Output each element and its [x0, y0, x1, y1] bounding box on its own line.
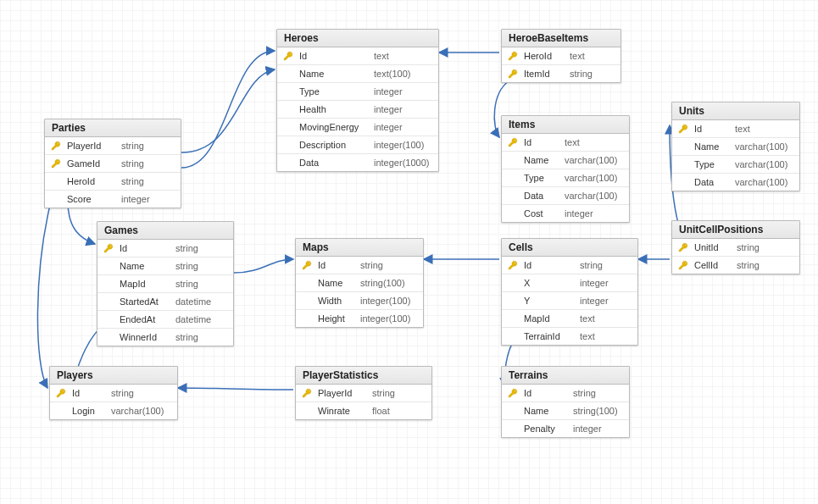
field-name: ItemId [524, 69, 565, 79]
entity-title[interactable]: Games [97, 222, 233, 240]
field-row[interactable]: Penaltyinteger [502, 420, 629, 437]
primary-key-indicator [282, 51, 294, 61]
field-row[interactable]: Idtext [502, 134, 629, 152]
field-row[interactable]: StartedAtdatetime [97, 293, 233, 311]
field-row[interactable]: EndedAtdatetime [97, 311, 233, 329]
entity-title[interactable]: HeroeBaseItems [502, 30, 620, 47]
field-name: Id [524, 137, 559, 147]
entity-title[interactable]: Terrains [502, 367, 629, 385]
primary-key-icon [51, 141, 61, 151]
field-name: PlayerId [67, 141, 116, 151]
field-row[interactable]: CellIdstring [672, 257, 799, 274]
field-type: string(100) [360, 278, 405, 288]
field-type: integer [565, 208, 593, 219]
field-name: Type [694, 159, 730, 169]
field-row[interactable]: Typevarchar(100) [502, 169, 629, 187]
entity-units[interactable]: UnitsIdtextNamevarchar(100)Typevarchar(1… [671, 102, 800, 191]
field-row[interactable]: Loginvarchar(100) [50, 402, 177, 419]
entity-parties[interactable]: PartiesPlayerIdstringGameIdstringHeroIds… [44, 119, 181, 208]
field-row[interactable]: Namevarchar(100) [502, 152, 629, 169]
field-row[interactable]: Descriptioninteger(100) [277, 136, 438, 154]
entity-games[interactable]: GamesIdstringNamestringMapIdstringStarte… [97, 221, 234, 346]
primary-key-indicator [507, 69, 519, 79]
entity-title[interactable]: Heroes [277, 30, 438, 47]
field-row[interactable]: Idstring [50, 385, 177, 402]
field-type: string [372, 388, 395, 398]
field-name: HeroId [524, 51, 565, 61]
field-name: Login [72, 406, 106, 416]
entity-cells[interactable]: CellsIdstringXintegerYintegerMapIdtextTe… [501, 238, 638, 346]
field-name: Height [318, 313, 355, 324]
field-row[interactable]: PlayerIdstring [296, 385, 431, 402]
field-row[interactable]: PlayerIdstring [45, 137, 181, 155]
primary-key-icon [283, 51, 293, 61]
field-type: integer [374, 104, 403, 114]
field-type: string(100) [573, 406, 618, 416]
entity-title[interactable]: PlayerStatistics [296, 367, 431, 385]
field-row[interactable]: Winratefloat [296, 402, 431, 419]
field-name: Data [524, 191, 559, 201]
primary-key-icon [56, 388, 66, 398]
entity-title[interactable]: UnitCellPositions [672, 221, 799, 239]
primary-key-indicator [301, 388, 313, 398]
field-row[interactable]: Xinteger [502, 274, 637, 292]
field-name: Id [318, 260, 355, 270]
field-row[interactable]: WinnerIdstring [97, 329, 233, 346]
entity-title[interactable]: Players [50, 367, 177, 385]
entity-title[interactable]: Cells [502, 239, 637, 257]
field-row[interactable]: Datavarchar(100) [502, 187, 629, 205]
field-row[interactable]: HeroIdtext [502, 47, 620, 65]
entity-terrains[interactable]: TerrainsIdstringNamestring(100)Penaltyin… [501, 366, 630, 438]
field-row[interactable]: MovingEnergyinteger [277, 119, 438, 136]
field-row[interactable]: Idstring [296, 257, 423, 274]
field-row[interactable]: Yinteger [502, 292, 637, 310]
field-row[interactable]: Datavarchar(100) [672, 174, 799, 191]
entity-maps[interactable]: MapsIdstringNamestring(100)Widthinteger(… [295, 238, 424, 328]
field-row[interactable]: Nametext(100) [277, 65, 438, 83]
entity-heroeBaseItems[interactable]: HeroeBaseItemsHeroIdtextItemIdstring [501, 29, 621, 83]
field-row[interactable]: MapIdtext [502, 310, 637, 328]
entity-playerStatistics[interactable]: PlayerStatisticsPlayerIdstringWinrateflo… [295, 366, 432, 420]
field-type: text [580, 313, 595, 324]
field-row[interactable]: Idtext [672, 120, 799, 138]
field-row[interactable]: Costinteger [502, 205, 629, 222]
field-row[interactable]: UnitIdstring [672, 239, 799, 257]
field-name: Name [299, 69, 369, 79]
entity-title[interactable]: Parties [45, 119, 181, 137]
field-row[interactable]: Widthinteger(100) [296, 292, 423, 310]
field-row[interactable]: Idstring [502, 385, 629, 402]
field-name: Name [524, 155, 559, 165]
field-row[interactable]: HeroIdstring [45, 173, 181, 191]
field-row[interactable]: Namestring(100) [296, 274, 423, 292]
field-name: Description [299, 140, 369, 150]
field-row[interactable]: Namestring [97, 258, 233, 275]
field-row[interactable]: TerrainIdtext [502, 328, 637, 345]
field-row[interactable]: Namevarchar(100) [672, 138, 799, 156]
field-type: string [175, 332, 198, 342]
field-row[interactable]: Heightinteger(100) [296, 310, 423, 327]
entity-title[interactable]: Maps [296, 239, 423, 257]
entity-title[interactable]: Units [672, 102, 799, 120]
field-row[interactable]: Typevarchar(100) [672, 156, 799, 174]
field-row[interactable]: Idstring [97, 240, 233, 258]
primary-key-indicator [677, 260, 689, 270]
field-row[interactable]: GameIdstring [45, 155, 181, 173]
field-type: string [175, 279, 198, 289]
field-name: CellId [694, 260, 732, 270]
field-row[interactable]: Healthinteger [277, 101, 438, 119]
entity-title[interactable]: Items [502, 116, 629, 134]
field-name: Id [524, 260, 575, 270]
primary-key-icon [508, 69, 518, 79]
entity-items[interactable]: ItemsIdtextNamevarchar(100)Typevarchar(1… [501, 115, 630, 223]
field-row[interactable]: Namestring(100) [502, 402, 629, 420]
field-row[interactable]: Idtext [277, 47, 438, 65]
entity-players[interactable]: PlayersIdstringLoginvarchar(100) [49, 366, 178, 420]
entity-heroes[interactable]: HeroesIdtextNametext(100)TypeintegerHeal… [276, 29, 439, 172]
field-row[interactable]: MapIdstring [97, 275, 233, 293]
field-row[interactable]: Scoreinteger [45, 191, 181, 208]
field-row[interactable]: Idstring [502, 257, 637, 274]
entity-unitCellPositions[interactable]: UnitCellPositionsUnitIdstringCellIdstrin… [671, 220, 800, 274]
field-row[interactable]: Typeinteger [277, 83, 438, 101]
field-row[interactable]: ItemIdstring [502, 65, 620, 82]
field-row[interactable]: Datainteger(1000) [277, 154, 438, 171]
